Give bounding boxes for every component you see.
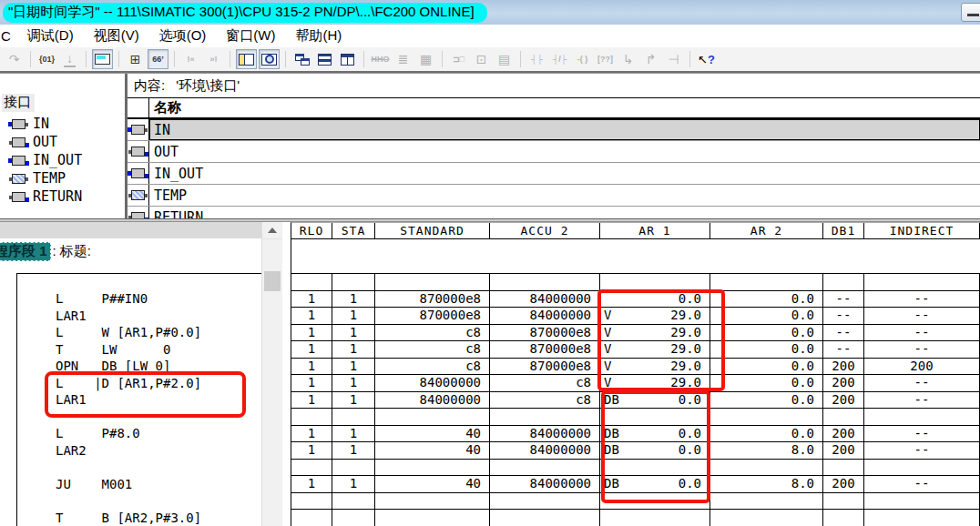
db1-cell: --: [823, 325, 864, 341]
rung-end-icon[interactable]: ⊣: [663, 49, 684, 69]
download-icon[interactable]: ↓: [59, 49, 80, 69]
accu2-cell: [490, 460, 600, 476]
accu2-cell: [490, 409, 600, 425]
code-line-9: L P#8.0: [17, 425, 261, 442]
ar1-cell: [600, 510, 710, 526]
sta-cell: 1: [332, 375, 375, 391]
tree-item-out[interactable]: OUT: [0, 133, 125, 151]
jump-to-start-icon[interactable]: !«: [180, 49, 201, 69]
coil-icon[interactable]: -( ): [572, 49, 593, 69]
db1-cell: [823, 510, 864, 526]
rlo-cell: [291, 274, 332, 290]
db1-cell: [823, 409, 864, 425]
empty-box-icon[interactable]: [??]: [595, 49, 616, 69]
tree-item-label: TEMP: [33, 170, 66, 187]
rlo-cell: [291, 409, 332, 425]
accu2-cell: 84000000: [490, 291, 600, 308]
symbol-choice-icon[interactable]: ▤: [494, 49, 515, 69]
db1-cell: 200: [823, 375, 864, 391]
ar2-cell: 0.0: [710, 341, 823, 358]
minimize-icon: [967, 14, 979, 16]
ar2-cell: [710, 274, 823, 290]
content-header: 内容: '环境\接口': [128, 74, 980, 98]
interface-tree-items: INOUTIN_OUTTEMPRETURN: [0, 115, 125, 206]
network-label[interactable]: 程序段 1: [0, 242, 51, 261]
code-line-2: LAR1: [17, 308, 261, 325]
ar2-cell: 0.0: [710, 392, 823, 409]
menu-item-2[interactable]: 视图(V): [84, 27, 149, 45]
rlo-cell: 1: [291, 359, 332, 375]
content-row-in_out[interactable]: IN_OUT: [128, 163, 980, 185]
window-detail-icon[interactable]: [259, 49, 280, 69]
open-branch-icon[interactable]: ↳: [618, 49, 638, 69]
interface-root-node[interactable]: 接口: [2, 94, 35, 112]
menu-item-0[interactable]: C: [0, 28, 17, 44]
ar1-area: V: [604, 308, 611, 324]
code-line-6: L |D [AR1,P#2.0]: [17, 375, 261, 392]
toolbar-separator: [174, 51, 175, 67]
program-structure-icon[interactable]: ≣: [393, 49, 413, 69]
minimize-button[interactable]: [961, 3, 980, 22]
window-title: "日期时间学习" -- 111\SIMATIC 300(1)\CPU 315-2…: [3, 3, 487, 23]
contact-no-icon[interactable]: ┤├: [526, 49, 547, 69]
tree-item-return[interactable]: RETURN: [0, 187, 125, 206]
address-locations-icon[interactable]: HHO: [370, 49, 391, 69]
sta-cell: [332, 274, 375, 290]
tree-item-in_out[interactable]: IN_OUT: [0, 151, 125, 169]
help-select-icon[interactable]: ↖?: [696, 49, 717, 69]
tile-vertical-icon[interactable]: [337, 49, 358, 69]
toolbar-separator: [520, 51, 521, 67]
close-branch-icon[interactable]: ↱: [640, 49, 661, 69]
ar1-cell: 0.0: [600, 291, 710, 308]
out-declaration-icon: [12, 137, 26, 147]
cascade-windows-icon[interactable]: [291, 49, 312, 69]
standard-cell: [375, 510, 490, 526]
scrollbar-thumb[interactable]: [264, 271, 281, 291]
window-shape: [239, 54, 254, 66]
code-scrollbar[interactable]: [261, 222, 282, 526]
content-row-out[interactable]: OUT: [128, 141, 980, 163]
tree-item-in[interactable]: IN: [0, 115, 125, 133]
monitor-glasses-icon[interactable]: 66’: [148, 49, 168, 69]
redo-icon[interactable]: ↷: [4, 49, 25, 69]
register-row-1: 11870000e8840000000.00.0----: [291, 291, 980, 309]
indirect-cell: --: [864, 325, 980, 341]
tile-horizontal-icon[interactable]: [314, 49, 335, 69]
menu-item-5[interactable]: 帮助(H): [286, 27, 352, 45]
sta-cell: [332, 409, 375, 425]
ar1-cell: DB0.0: [600, 392, 710, 409]
contact-nc-icon[interactable]: ┤/├: [549, 49, 570, 69]
reference-data-icon[interactable]: ▦: [415, 49, 436, 69]
symbol-display-icon[interactable]: ⊡: [471, 49, 492, 69]
accu2-cell: [490, 274, 600, 290]
content-row-return[interactable]: RETURN: [128, 207, 980, 218]
ar2-cell: 0.0: [710, 291, 823, 308]
ar2-cell: [710, 460, 823, 476]
ar1-area: V: [604, 341, 611, 358]
toolbar-separator: [363, 51, 364, 67]
symbol-info-icon[interactable]: ⊐□: [448, 49, 469, 69]
db1-cell: 200: [823, 476, 864, 492]
ar1-area: DB: [604, 476, 619, 492]
menu-item-1[interactable]: 调试(D): [17, 27, 84, 45]
rlo-cell: 1: [291, 375, 332, 391]
register-row-8: [291, 409, 980, 426]
scroll-up-button[interactable]: [262, 222, 282, 239]
jump-to-end-icon[interactable]: »!: [203, 49, 224, 69]
stl-code-panel[interactable]: 程序段 1 : 标题: L P##IN0LAR1L W [AR1,P#0.0]T…: [0, 222, 261, 526]
menu-item-4[interactable]: 窗口(W): [216, 27, 285, 45]
name-column-header: 名称: [149, 98, 980, 117]
window-overview-icon[interactable]: [236, 49, 257, 69]
content-row-in[interactable]: IN: [128, 119, 980, 141]
menu-item-3[interactable]: 选项(O): [149, 27, 217, 45]
register-row-13: [291, 493, 980, 511]
content-row-temp[interactable]: TEMP: [128, 185, 980, 207]
call-structure-icon[interactable]: {01}: [36, 49, 57, 69]
tree-item-temp[interactable]: TEMP: [0, 169, 125, 187]
stl-code-box[interactable]: L P##IN0LAR1L W [AR1,P#0.0]T LW 0OPN DB …: [16, 273, 261, 526]
node-link-icon[interactable]: ⊞: [125, 49, 146, 69]
sta-cell: 1: [332, 308, 375, 324]
rlo-cell: [291, 460, 332, 476]
ar1-area: V: [604, 359, 611, 375]
eraser-icon[interactable]: [92, 49, 113, 69]
